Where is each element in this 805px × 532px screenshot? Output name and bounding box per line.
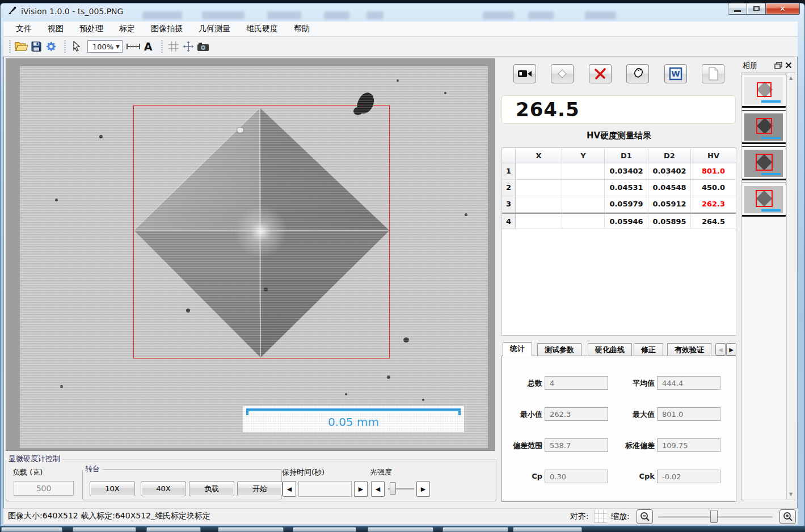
export-word-button[interactable]: W: [664, 64, 687, 83]
zoom-slider-thumb[interactable]: [710, 510, 718, 523]
save-button[interactable]: [29, 39, 44, 54]
table-row[interactable]: 4 0.05946 0.05895 264.5: [502, 213, 736, 229]
zoom-level-select[interactable]: 100% ▼: [87, 40, 123, 53]
left-arrow-icon: ◀: [718, 347, 723, 353]
scroll-down-button[interactable]: ▼: [787, 490, 795, 499]
grab-tool-button[interactable]: [626, 64, 649, 83]
load-grams-input[interactable]: [14, 481, 74, 496]
scroll-up-button[interactable]: ▲: [787, 74, 795, 82]
cell-x: [516, 213, 562, 229]
hold-time-increase-button[interactable]: ▶: [354, 481, 368, 497]
zoom-in-button[interactable]: [779, 509, 796, 524]
delete-result-button[interactable]: [589, 64, 612, 83]
maximize-button[interactable]: [747, 3, 766, 15]
turret-10x-button[interactable]: 10X: [90, 481, 135, 496]
menu-image-capture[interactable]: 图像拍摄: [143, 22, 191, 36]
cell-d1: 0.05979: [605, 196, 648, 213]
menu-help[interactable]: 帮助: [286, 22, 318, 36]
thumbnail-item[interactable]: [742, 74, 786, 108]
tab-scroll-left-button[interactable]: ◀: [715, 343, 726, 356]
menu-geometry-measure[interactable]: 几何测量: [191, 22, 238, 36]
header-y: Y: [562, 148, 605, 163]
measurement-roi-rectangle[interactable]: [133, 105, 390, 358]
start-button[interactable]: 开始: [237, 481, 283, 496]
taskbar-button[interactable]: [368, 527, 433, 532]
microscope-image[interactable]: 0.05 mm: [20, 66, 488, 448]
close-button[interactable]: ✕: [766, 3, 800, 15]
settings-button[interactable]: [44, 39, 58, 54]
zoom-in-icon: [783, 512, 793, 522]
taskbar-button[interactable]: [513, 527, 582, 532]
cell-d1: 0.03402: [605, 163, 648, 180]
up-arrow-icon: ▲: [789, 75, 793, 81]
table-row[interactable]: 3 0.05979 0.05912 262.3: [502, 196, 736, 213]
align-grid-icon[interactable]: [594, 510, 607, 523]
word-icon: W: [669, 67, 682, 81]
light-intensity-slider-thumb[interactable]: [390, 482, 396, 495]
tab-hardening-curve[interactable]: 硬化曲线: [588, 343, 632, 356]
album-close-button[interactable]: [785, 62, 794, 70]
minimize-button[interactable]: [728, 3, 747, 15]
app-icon: [8, 6, 17, 17]
window-title: iVision 1.0.0 - ts_005.PNG: [21, 7, 123, 16]
table-row[interactable]: 2 0.04531 0.04548 450.0: [502, 180, 736, 196]
turret-40x-button[interactable]: 40X: [141, 481, 186, 496]
grid-tool-button[interactable]: [166, 39, 181, 54]
taskbar-button[interactable]: [73, 527, 136, 532]
cpk-input[interactable]: [657, 470, 720, 483]
stddev-input[interactable]: [657, 438, 720, 452]
mean-input[interactable]: [657, 376, 720, 390]
menu-file[interactable]: 文件: [8, 22, 40, 36]
move-tool-button[interactable]: [181, 39, 196, 54]
load-button[interactable]: 负载: [189, 481, 234, 496]
ruler-icon: [126, 43, 141, 50]
album-panel-header: 相册: [740, 59, 796, 73]
light-decrease-button[interactable]: ◀: [371, 481, 385, 497]
text-tool-button[interactable]: A: [141, 39, 155, 54]
zoom-out-button[interactable]: [637, 509, 653, 524]
results-table: X Y D1 D2 HV 1 0.03402 0.03402 801.0 2 0…: [501, 147, 736, 336]
cell-x: [516, 180, 562, 196]
pointer-tool-button[interactable]: [69, 39, 84, 54]
taskbar-button[interactable]: [218, 527, 284, 532]
hold-time-decrease-button[interactable]: ◀: [283, 481, 296, 497]
indent-measure-button[interactable]: [551, 64, 574, 83]
album-scrollbar[interactable]: [786, 73, 795, 500]
cell-x: [516, 196, 562, 213]
hand-glove-icon: [631, 67, 644, 81]
menu-calibration[interactable]: 标定: [111, 22, 143, 36]
cpk-label: Cpk: [587, 472, 655, 480]
tab-validation[interactable]: 有效验证: [667, 343, 711, 356]
load-grams-label: 负载 (克): [12, 467, 43, 478]
cell-hv: 801.0: [691, 163, 736, 180]
tab-scroll-right-button[interactable]: ▶: [726, 343, 736, 356]
menu-view[interactable]: 视图: [40, 22, 71, 36]
menu-preprocess[interactable]: 预处理: [71, 22, 111, 36]
menu-vickers-hardness[interactable]: 维氏硬度: [238, 22, 286, 36]
zoom-label: 缩放:: [611, 512, 630, 522]
tab-correction[interactable]: 修正: [634, 343, 663, 356]
window-controls: ✕: [728, 3, 800, 15]
cell-y: [562, 213, 605, 229]
new-report-button[interactable]: [702, 64, 724, 83]
max-input[interactable]: [657, 407, 720, 421]
taskbar-button[interactable]: [293, 527, 356, 532]
taskbar-button[interactable]: [442, 527, 508, 532]
open-file-button[interactable]: [14, 39, 29, 54]
hold-time-input[interactable]: [298, 481, 352, 497]
capture-button[interactable]: [196, 39, 210, 54]
album-float-button[interactable]: [774, 62, 783, 70]
live-video-button[interactable]: [513, 64, 536, 83]
tab-statistics[interactable]: 统计: [503, 342, 532, 356]
taskbar-button[interactable]: [1, 527, 62, 532]
thumbnail-item[interactable]: [742, 183, 786, 217]
light-increase-button[interactable]: ▶: [416, 481, 430, 497]
table-row[interactable]: 1 0.03402 0.03402 801.0: [502, 163, 736, 180]
taskbar-button[interactable]: [146, 527, 201, 532]
thumbnail-item[interactable]: [742, 110, 786, 144]
save-floppy-icon: [31, 41, 42, 52]
tab-test-parameters[interactable]: 测试参数: [537, 343, 581, 356]
thumbnail-item[interactable]: [742, 146, 786, 180]
measure-tool-button[interactable]: [126, 39, 141, 54]
album-title: 相册: [740, 61, 774, 71]
